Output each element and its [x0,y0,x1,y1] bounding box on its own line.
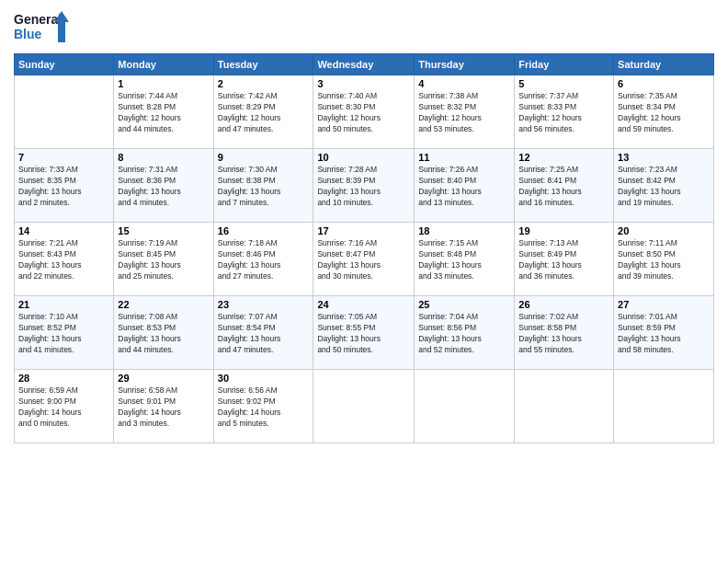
day-number: 3 [317,78,410,89]
calendar-cell: 3Sunrise: 7:40 AM Sunset: 8:30 PM Daylig… [313,75,415,149]
calendar-cell: 18Sunrise: 7:15 AM Sunset: 8:48 PM Dayli… [415,223,515,296]
day-info: Sunrise: 6:59 AM Sunset: 9:00 PM Dayligh… [18,385,109,430]
calendar-cell [614,370,714,443]
calendar-cell: 29Sunrise: 6:58 AM Sunset: 9:01 PM Dayli… [114,370,213,443]
day-info: Sunrise: 7:37 AM Sunset: 8:33 PM Dayligh… [518,91,609,135]
day-info: Sunrise: 7:35 AM Sunset: 8:34 PM Dayligh… [618,91,710,135]
day-info: Sunrise: 7:42 AM Sunset: 8:29 PM Dayligh… [218,91,310,135]
weekday-header-sunday: Sunday [15,54,114,75]
calendar-cell [313,370,415,443]
calendar-cell: 30Sunrise: 6:56 AM Sunset: 9:02 PM Dayli… [213,370,313,443]
day-info: Sunrise: 7:16 AM Sunset: 8:47 PM Dayligh… [317,238,410,282]
day-number: 25 [418,299,510,310]
calendar-cell: 5Sunrise: 7:37 AM Sunset: 8:33 PM Daylig… [515,75,614,149]
day-number: 9 [218,152,310,163]
calendar-cell: 6Sunrise: 7:35 AM Sunset: 8:34 PM Daylig… [614,75,714,149]
day-number: 26 [518,299,609,310]
calendar-cell: 9Sunrise: 7:30 AM Sunset: 8:38 PM Daylig… [213,149,313,223]
day-info: Sunrise: 7:13 AM Sunset: 8:49 PM Dayligh… [518,238,609,282]
day-info: Sunrise: 7:02 AM Sunset: 8:58 PM Dayligh… [518,312,609,356]
day-number: 21 [18,299,109,310]
day-number: 1 [118,78,209,89]
week-row-3: 14Sunrise: 7:21 AM Sunset: 8:43 PM Dayli… [15,223,714,296]
day-info: Sunrise: 7:26 AM Sunset: 8:40 PM Dayligh… [418,165,510,209]
calendar-cell: 19Sunrise: 7:13 AM Sunset: 8:49 PM Dayli… [515,223,614,296]
calendar-cell: 24Sunrise: 7:05 AM Sunset: 8:55 PM Dayli… [313,296,415,370]
calendar-cell: 16Sunrise: 7:18 AM Sunset: 8:46 PM Dayli… [213,223,313,296]
calendar-cell: 1Sunrise: 7:44 AM Sunset: 8:28 PM Daylig… [114,75,213,149]
calendar-cell: 26Sunrise: 7:02 AM Sunset: 8:58 PM Dayli… [515,296,614,370]
logo-svg: General Blue [14,9,69,46]
day-number: 19 [518,225,609,236]
calendar-cell: 20Sunrise: 7:11 AM Sunset: 8:50 PM Dayli… [614,223,714,296]
day-info: Sunrise: 7:11 AM Sunset: 8:50 PM Dayligh… [618,238,710,282]
day-number: 17 [317,225,410,236]
logo: General Blue [14,9,69,46]
weekday-header-friday: Friday [515,54,614,75]
header: General Blue [14,9,714,46]
calendar-cell: 4Sunrise: 7:38 AM Sunset: 8:32 PM Daylig… [415,75,515,149]
day-number: 27 [618,299,710,310]
day-number: 15 [118,225,209,236]
day-number: 22 [118,299,209,310]
day-info: Sunrise: 7:25 AM Sunset: 8:41 PM Dayligh… [518,165,609,209]
day-number: 2 [218,78,310,89]
day-number: 23 [218,299,310,310]
day-number: 16 [218,225,310,236]
day-number: 14 [18,225,109,236]
day-number: 13 [618,152,710,163]
day-info: Sunrise: 6:56 AM Sunset: 9:02 PM Dayligh… [218,385,310,430]
day-number: 30 [218,373,310,384]
calendar-cell [415,370,515,443]
week-row-5: 28Sunrise: 6:59 AM Sunset: 9:00 PM Dayli… [15,370,714,443]
calendar-cell [15,75,114,149]
week-row-4: 21Sunrise: 7:10 AM Sunset: 8:52 PM Dayli… [15,296,714,370]
day-number: 4 [418,78,510,89]
calendar-cell: 27Sunrise: 7:01 AM Sunset: 8:59 PM Dayli… [614,296,714,370]
day-number: 8 [118,152,209,163]
day-info: Sunrise: 7:44 AM Sunset: 8:28 PM Dayligh… [118,91,209,135]
day-number: 20 [618,225,710,236]
day-number: 12 [518,152,609,163]
calendar-cell: 13Sunrise: 7:23 AM Sunset: 8:42 PM Dayli… [614,149,714,223]
day-number: 28 [18,373,109,384]
weekday-header-thursday: Thursday [415,54,515,75]
calendar-cell: 21Sunrise: 7:10 AM Sunset: 8:52 PM Dayli… [15,296,114,370]
day-info: Sunrise: 6:58 AM Sunset: 9:01 PM Dayligh… [118,385,209,430]
calendar-cell: 23Sunrise: 7:07 AM Sunset: 8:54 PM Dayli… [213,296,313,370]
calendar-cell: 17Sunrise: 7:16 AM Sunset: 8:47 PM Dayli… [313,223,415,296]
day-info: Sunrise: 7:21 AM Sunset: 8:43 PM Dayligh… [18,238,109,282]
day-info: Sunrise: 7:07 AM Sunset: 8:54 PM Dayligh… [218,312,310,356]
day-number: 5 [518,78,609,89]
week-row-1: 1Sunrise: 7:44 AM Sunset: 8:28 PM Daylig… [15,75,714,149]
day-info: Sunrise: 7:40 AM Sunset: 8:30 PM Dayligh… [317,91,410,135]
day-number: 10 [317,152,410,163]
calendar-cell: 15Sunrise: 7:19 AM Sunset: 8:45 PM Dayli… [114,223,213,296]
day-info: Sunrise: 7:31 AM Sunset: 8:36 PM Dayligh… [118,165,209,209]
svg-text:Blue: Blue [14,27,42,41]
day-number: 11 [418,152,510,163]
day-info: Sunrise: 7:33 AM Sunset: 8:35 PM Dayligh… [18,165,109,209]
day-info: Sunrise: 7:05 AM Sunset: 8:55 PM Dayligh… [317,312,410,356]
calendar-cell: 22Sunrise: 7:08 AM Sunset: 8:53 PM Dayli… [114,296,213,370]
day-info: Sunrise: 7:18 AM Sunset: 8:46 PM Dayligh… [218,238,310,282]
day-info: Sunrise: 7:08 AM Sunset: 8:53 PM Dayligh… [118,312,209,356]
weekday-header-monday: Monday [114,54,213,75]
weekday-header-wednesday: Wednesday [313,54,415,75]
calendar-cell: 2Sunrise: 7:42 AM Sunset: 8:29 PM Daylig… [213,75,313,149]
calendar-cell: 11Sunrise: 7:26 AM Sunset: 8:40 PM Dayli… [415,149,515,223]
day-info: Sunrise: 7:19 AM Sunset: 8:45 PM Dayligh… [118,238,209,282]
weekday-header-saturday: Saturday [614,54,714,75]
calendar-cell: 8Sunrise: 7:31 AM Sunset: 8:36 PM Daylig… [114,149,213,223]
calendar-cell: 25Sunrise: 7:04 AM Sunset: 8:56 PM Dayli… [415,296,515,370]
weekday-header-row: SundayMondayTuesdayWednesdayThursdayFrid… [15,54,714,75]
day-info: Sunrise: 7:04 AM Sunset: 8:56 PM Dayligh… [418,312,510,356]
day-number: 24 [317,299,410,310]
day-info: Sunrise: 7:15 AM Sunset: 8:48 PM Dayligh… [418,238,510,282]
day-info: Sunrise: 7:38 AM Sunset: 8:32 PM Dayligh… [418,91,510,135]
page: General Blue SundayMondayTuesdayWednesda… [0,0,728,563]
calendar-cell: 10Sunrise: 7:28 AM Sunset: 8:39 PM Dayli… [313,149,415,223]
calendar-cell: 28Sunrise: 6:59 AM Sunset: 9:00 PM Dayli… [15,370,114,443]
day-info: Sunrise: 7:01 AM Sunset: 8:59 PM Dayligh… [618,312,710,356]
calendar-cell: 7Sunrise: 7:33 AM Sunset: 8:35 PM Daylig… [15,149,114,223]
